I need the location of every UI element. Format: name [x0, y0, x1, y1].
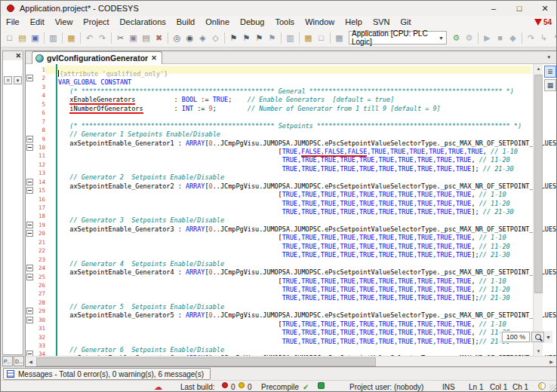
horizontal-scroll-thumb[interactable] — [36, 357, 376, 366]
cut-icon[interactable]: ✂ — [114, 32, 127, 44]
fold-toggle-icon[interactable] — [26, 144, 33, 151]
messages-summary: Messages - Total 0 error(s), 0 warning(s… — [18, 370, 204, 378]
magnifier-icon[interactable] — [531, 332, 544, 342]
code-text: TRUE,TRUE,TRUE,TRUE,TRUE,TRUE,TRUE,TRUE,… — [45, 333, 531, 341]
bookmarks-clear-icon[interactable]: ⚑ — [266, 32, 278, 44]
new-project-icon[interactable]: □ — [3, 32, 16, 44]
delete-icon[interactable]: ✖ — [152, 32, 165, 44]
fold-toggle-icon[interactable] — [26, 75, 33, 81]
maximize-button[interactable]: □ — [506, 1, 532, 16]
fold-toggle-icon[interactable] — [26, 308, 33, 314]
fold-toggle-icon[interactable] — [26, 230, 33, 237]
scroll-down-icon[interactable]: ▼ — [534, 347, 543, 356]
cursor-char: Ch 1 — [512, 382, 528, 392]
login-icon[interactable]: ⚙ — [450, 32, 463, 44]
project-information-icon[interactable]: □ — [315, 32, 328, 44]
minimize-button[interactable]: – — [481, 1, 506, 16]
close-button[interactable]: ✕ — [532, 1, 557, 16]
menu-item-edit[interactable]: Edit — [25, 16, 50, 29]
scroll-left-icon[interactable]: ◀ — [26, 357, 35, 367]
code-text: [TRUE,TRUE,TRUE,TRUE,TRUE,TRUE,TRUE,TRUE… — [45, 229, 531, 237]
step-over-icon[interactable]: ↷ — [525, 32, 537, 44]
stop-icon[interactable]: ■ — [494, 32, 506, 44]
menu-item-svn[interactable]: SVN — [368, 16, 395, 29]
code-line: 29axSetpointEnable_Generator5 : ARRAY[0.… — [26, 307, 531, 315]
code-text: {attribute 'qualified_only'} — [45, 66, 531, 74]
paste-icon[interactable]: ▤ — [140, 32, 152, 44]
menu-item-debug[interactable]: Debug — [235, 16, 269, 29]
find-icon[interactable]: ◎ — [171, 32, 183, 44]
panel-close-icon[interactable]: ✕ — [15, 52, 21, 60]
horizontal-scrollbar[interactable]: ◀ ▶ — [26, 356, 556, 366]
line-number: 6 — [35, 109, 45, 117]
logout-icon[interactable]: ⚙ — [463, 32, 475, 44]
fold-toggle-icon[interactable] — [26, 136, 33, 142]
vertical-scrollbar[interactable]: ▲ ▼ — [533, 64, 543, 356]
fold-toggle-icon[interactable] — [26, 222, 33, 228]
active-application-combo[interactable]: Application [CPU: PLC Logic]▼ — [349, 31, 447, 44]
undo-icon[interactable]: ↶ — [83, 32, 96, 44]
line-number: 22 — [35, 247, 45, 255]
menu-item-help[interactable]: Help — [340, 16, 368, 29]
copy-project-icon[interactable]: ▦ — [65, 32, 78, 44]
tab-close-icon[interactable]: ✕ — [151, 54, 157, 62]
code-editor[interactable]: 1{attribute 'qualified_only'}2VAR_GLOBAL… — [26, 64, 556, 356]
textual-view-button[interactable]: ≣ — [544, 66, 556, 78]
tab-list-dropdown-icon[interactable]: ▾ — [547, 54, 550, 60]
panel-dropdown-button[interactable]: ▾ — [14, 76, 22, 84]
menu-item-tools[interactable]: Tools — [269, 16, 300, 29]
docked-panel-strip[interactable]: ✕ ≡ ▾ — [2, 51, 23, 355]
copy-icon[interactable]: ▣ — [127, 32, 140, 44]
print-preview-icon[interactable]: ▥ — [284, 32, 297, 44]
panel-tab-d[interactable]: D... — [14, 356, 24, 366]
line-number: 3 — [35, 83, 45, 91]
code-text: axSetpointEnable_Generator5 : ARRAY[0..J… — [45, 307, 556, 315]
tab-gvlconfigurationgenerator[interactable]: gvlConfigurationGenerator ✕ — [32, 51, 162, 64]
bookmark-next-icon[interactable]: ⚑ — [240, 32, 253, 44]
print-icon[interactable]: ▥ — [47, 32, 60, 44]
code-text: (* *************************************… — [45, 118, 531, 126]
step-into-icon[interactable]: ↳ — [537, 32, 550, 44]
menu-item-git[interactable]: Git — [395, 16, 417, 29]
insert-device-icon[interactable]: ▦ — [302, 32, 315, 44]
scroll-up-icon[interactable]: ▲ — [534, 64, 543, 73]
menu-item-view[interactable]: View — [50, 16, 78, 29]
combo-dropdown-icon[interactable]: ▼ — [439, 35, 444, 41]
panel-menu-button[interactable]: ≡ — [4, 76, 12, 84]
vertical-scroll-thumb[interactable] — [534, 75, 543, 293]
bookmark-toggle-icon[interactable]: ⚑ — [227, 32, 240, 44]
redo-icon[interactable]: ↷ — [96, 32, 109, 44]
menu-item-declarations[interactable]: Declarations — [115, 16, 171, 29]
fold-toggle-icon[interactable] — [26, 274, 33, 280]
fold-toggle-icon[interactable] — [26, 265, 33, 271]
debug-settings-icon[interactable]: ◆ — [506, 32, 519, 44]
panel-tab-p[interactable]: P... — [2, 356, 13, 366]
zoom-level[interactable]: 100 % — [502, 332, 530, 342]
step-out-icon[interactable]: ↰ — [550, 32, 557, 44]
panel-header: ✕ — [3, 51, 23, 60]
menu-item-build[interactable]: Build — [171, 16, 200, 29]
line-number: 18 — [35, 212, 45, 220]
notification-flag[interactable]: 54 — [534, 18, 552, 26]
build-icon[interactable]: ▦ — [333, 32, 346, 44]
fold-toggle-icon[interactable] — [26, 317, 33, 323]
menu-item-project[interactable]: Project — [78, 16, 114, 29]
save-project-icon[interactable]: ▣ — [29, 32, 42, 44]
resize-grip[interactable] — [549, 384, 557, 392]
bookmark-previous-icon[interactable]: ⚑ — [253, 32, 266, 44]
fold-toggle-icon[interactable] — [26, 187, 33, 194]
open-project-icon[interactable]: ▤ — [16, 32, 29, 44]
scroll-right-icon[interactable]: ▶ — [546, 357, 556, 367]
find-objects-icon[interactable]: ◈ — [196, 32, 209, 44]
replace-icon[interactable]: ◉ — [183, 32, 196, 44]
replace-objects-icon[interactable]: ◇ — [209, 32, 222, 44]
start-icon[interactable]: ▶ — [481, 32, 494, 44]
tabular-view-button[interactable]: ▦ — [544, 79, 556, 91]
fold-toggle-icon[interactable] — [26, 179, 33, 185]
menu-item-window[interactable]: Window — [300, 16, 340, 29]
messages-tab[interactable]: Messages - Total 0 error(s), 0 warning(s… — [3, 368, 211, 380]
zoom-dropdown-icon[interactable]: ▼ — [546, 335, 551, 340]
menu-item-online[interactable]: Online — [200, 16, 235, 29]
line-number: 27 — [35, 289, 45, 298]
menu-item-file[interactable]: File — [1, 16, 25, 29]
